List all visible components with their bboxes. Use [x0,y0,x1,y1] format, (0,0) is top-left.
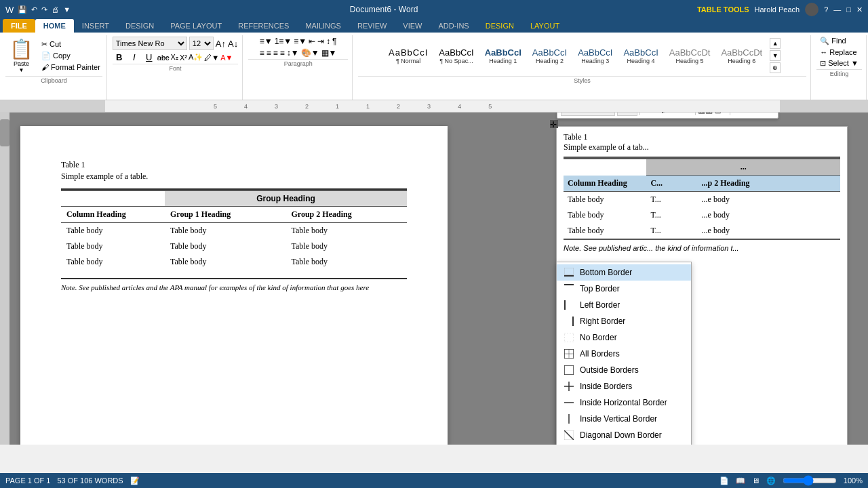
tab-home[interactable]: HOME [35,19,74,33]
border-right-item[interactable]: Right Border [557,313,691,329]
border-diag-down-item[interactable]: Diagonal Down Border [557,427,691,443]
border-inside-item[interactable]: Inside Borders [557,378,691,394]
track-changes-icon[interactable]: 📝 [130,476,140,485]
numbering-btn[interactable]: 1≡▼ [275,37,292,46]
float-table-btn[interactable]: ▦▦ [698,113,713,115]
bold-btn[interactable]: B [113,52,126,62]
tab-table-design[interactable]: DESIGN [477,19,522,33]
increase-indent-btn[interactable]: ⇥ [317,37,324,46]
styles-scroll-up[interactable]: ▲ [770,38,781,49]
style-heading2[interactable]: AaBbCcI Heading 2 [528,45,572,67]
border-diag-up-item[interactable]: Diagonal Up Border [557,443,691,445]
paste-btn[interactable]: 📋 Paste ▼ [5,37,37,75]
style-normal[interactable]: AaBbCcI ¶ Normal [384,45,433,67]
float-select-btn[interactable]: ▣▼ [715,113,728,114]
tab-design[interactable]: DESIGN [117,19,162,33]
float-size-selector[interactable]: 12 [617,113,637,116]
zoom-slider[interactable] [783,475,837,486]
sort-btn[interactable]: ↕ [326,37,330,46]
border-inside-v-item[interactable]: Inside Vertical Border [557,411,691,427]
justify-btn[interactable]: ≡ [280,48,285,58]
styles-scroll-down[interactable]: ▼ [770,50,781,61]
decrease-indent-btn[interactable]: ⇤ [309,37,315,46]
float-bold-btn[interactable]: B [642,113,648,115]
float-font-selector[interactable]: Times Ne... [561,113,615,116]
float-align-btn[interactable]: ≡ [654,113,659,115]
float-color-btn[interactable]: A▼ [679,113,693,115]
customize-icon[interactable]: ▼ [63,5,71,14]
save-icon[interactable]: 💾 [18,5,27,14]
font-size-selector[interactable]: 12 [189,37,214,50]
tab-view[interactable]: VIEW [395,19,430,33]
bullets-btn[interactable]: ≡▼ [260,37,273,46]
superscript-btn[interactable]: X² [180,54,187,62]
underline-btn[interactable]: U [142,52,156,62]
subscript-btn[interactable]: X₂ [171,53,178,62]
text-effects-btn[interactable]: A✨ [189,53,203,62]
borders-btn[interactable]: ▦▼ [321,48,337,58]
border-outside-item[interactable]: Outside Borders [557,362,691,378]
border-none-item[interactable]: No Border [557,329,691,346]
quick-access-icons[interactable]: W 💾 ↶ ↷ 🖨 ▼ [5,5,71,15]
help-icon[interactable]: ? [824,5,828,14]
style-heading6[interactable]: AaBbCcDt Heading 6 [716,45,767,67]
line-spacing-btn[interactable]: ↕▼ [287,48,299,58]
cut-btn[interactable]: ✂ Cut [39,39,102,49]
style-no-spacing[interactable]: AaBbCcI ¶ No Spac... [434,45,478,67]
move-handle[interactable]: ✛ [550,120,558,128]
format-painter-btn[interactable]: 🖌 Format Painter [39,62,102,72]
find-btn[interactable]: 🔍 Find [820,37,859,45]
svg-rect-9 [564,365,574,375]
shrink-font-btn[interactable]: A↓ [228,39,238,49]
tab-file[interactable]: FILE [3,19,35,33]
tab-references[interactable]: REFERENCES [230,19,297,33]
align-center-btn[interactable]: ≡ [267,48,271,58]
font-selector[interactable]: Times New Ro [113,37,187,50]
replace-btn[interactable]: ↔ Replace [820,48,859,56]
align-right-btn[interactable]: ≡ [273,48,278,58]
view-normal-icon[interactable]: 📄 [719,476,729,485]
table-row: Table body Table body Table body [61,254,407,270]
tab-review[interactable]: REVIEW [349,19,395,33]
font-color-btn[interactable]: A▼ [220,54,233,62]
maximize-btn[interactable]: □ [846,5,851,14]
border-inside-h-item[interactable]: Inside Horizontal Border [557,394,691,411]
view-print-icon[interactable]: 🖥 [752,476,760,485]
style-heading3[interactable]: AaBbCcI Heading 3 [573,45,617,67]
user-avatar[interactable] [805,3,818,16]
float-italic-btn[interactable]: I [650,113,652,115]
style-heading5[interactable]: AaBbCcDt Heading 5 [665,45,715,67]
show-hide-btn[interactable]: ¶ [332,37,336,46]
tab-page-layout[interactable]: PAGE LAYOUT [162,19,230,33]
grow-font-btn[interactable]: A↑ [216,39,226,49]
border-all-item[interactable]: All Borders [557,346,691,362]
style-heading1[interactable]: AaBbCcI Heading 1 [480,45,526,67]
table-title: Table 1 [61,160,407,170]
float-highlight-btn[interactable]: 🖊▼ [661,113,677,115]
shading-btn[interactable]: 🎨▼ [301,48,319,58]
select-btn[interactable]: ⊡ Select ▼ [820,59,859,68]
border-bottom-item[interactable]: Bottom Border [557,264,691,281]
tab-insert[interactable]: INSERT [74,19,117,33]
view-reading-icon[interactable]: 📖 [736,476,745,485]
redo-icon[interactable]: ↷ [41,5,47,14]
undo-icon[interactable]: ↶ [31,5,37,14]
highlight-btn[interactable]: 🖊▼ [204,54,219,62]
tab-mailings[interactable]: MAILINGS [297,19,349,33]
copy-btn[interactable]: 📄 Copy [39,51,102,61]
tab-layout[interactable]: LAYOUT [522,19,568,33]
multilevel-btn[interactable]: ≡▼ [294,37,307,46]
print-icon[interactable]: 🖨 [52,5,59,14]
minimize-btn[interactable]: — [833,5,841,14]
strikethrough-btn[interactable]: abc [157,54,170,62]
italic-btn[interactable]: I [127,52,141,62]
close-btn[interactable]: ✕ [856,5,863,14]
border-left-item[interactable]: Left Border [557,297,691,313]
tab-add-ins[interactable]: ADD-INS [430,19,477,33]
align-left-btn[interactable]: ≡ [260,48,264,58]
style-heading4[interactable]: AaBbCcI Heading 4 [618,45,663,67]
view-web-icon[interactable]: 🌐 [766,476,776,485]
document-area[interactable]: Table 1 Simple example of a table. Group… [0,113,868,445]
styles-more[interactable]: ⊕ [770,62,781,73]
border-top-item[interactable]: Top Border [557,281,691,297]
